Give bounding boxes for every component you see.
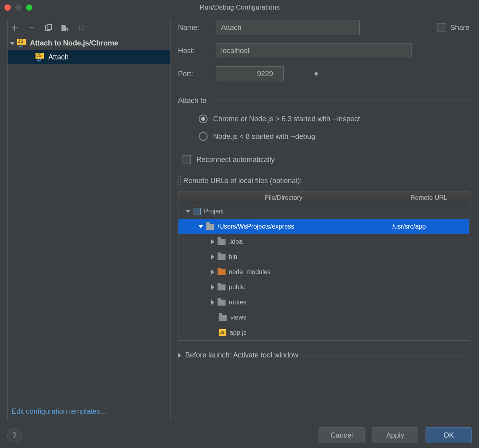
tree-row-express[interactable]: /Users/WsProjects/express /usr/src/app bbox=[178, 219, 469, 234]
share-label: Share bbox=[450, 24, 469, 32]
configurations-tree: JS↵ Attach to Node.js/Chrome JS↵ Attach bbox=[8, 36, 170, 404]
attach-option-inspect[interactable]: Chrome or Node.js > 6.3 started with --i… bbox=[199, 114, 469, 123]
folder-icon bbox=[218, 239, 226, 245]
folder-icon bbox=[218, 300, 226, 306]
nodejs-attach-icon: JS↵ bbox=[17, 39, 28, 48]
folder-icon bbox=[206, 224, 214, 230]
tree-row-label: app.js bbox=[230, 329, 247, 336]
tree-row-url[interactable]: /usr/src/app bbox=[389, 223, 469, 230]
host-label: Host: bbox=[178, 47, 216, 55]
divider bbox=[302, 355, 469, 355]
remote-urls-heading: Remote URLs of local files (optional): bbox=[183, 177, 302, 185]
help-button[interactable]: ? bbox=[7, 428, 22, 442]
chevron-down-icon bbox=[186, 210, 190, 213]
expand-icon bbox=[10, 42, 15, 45]
config-item-label: Attach bbox=[48, 53, 69, 61]
folder-icon bbox=[218, 284, 226, 290]
divider bbox=[212, 101, 469, 101]
add-configuration-button[interactable] bbox=[10, 24, 20, 32]
tree-row-views[interactable]: views bbox=[178, 310, 469, 325]
folder-excluded-icon bbox=[218, 269, 226, 275]
tree-row-label: bin bbox=[229, 253, 237, 261]
reconnect-checkbox[interactable] bbox=[182, 155, 191, 164]
sidebar-toolbar: az bbox=[8, 20, 170, 36]
sort-alpha-button: az bbox=[77, 24, 87, 32]
edit-templates-link[interactable]: Edit configuration templates... bbox=[12, 407, 106, 415]
folder-icon bbox=[218, 254, 226, 260]
tree-row-appjs[interactable]: app.js bbox=[178, 325, 469, 340]
svg-text:z: z bbox=[82, 28, 84, 32]
tree-row-label: public bbox=[229, 284, 245, 291]
tree-row-routes[interactable]: routes bbox=[178, 295, 469, 310]
chevron-right-icon bbox=[211, 255, 214, 259]
port-label: Port: bbox=[178, 70, 216, 78]
chevron-right-icon bbox=[211, 239, 214, 244]
project-icon bbox=[194, 208, 201, 215]
ok-button[interactable]: OK bbox=[426, 427, 472, 443]
tree-row-label: Project bbox=[204, 208, 224, 215]
copy-configuration-button[interactable] bbox=[44, 24, 53, 32]
tree-row-label: /Users/WsProjects/express bbox=[218, 223, 294, 230]
port-input[interactable] bbox=[216, 70, 314, 78]
chevron-right-icon bbox=[211, 270, 214, 274]
reconnect-label: Reconnect automatically bbox=[196, 156, 275, 164]
name-input[interactable] bbox=[216, 20, 360, 35]
tree-row-idea[interactable]: .idea bbox=[178, 234, 469, 249]
name-label: Name: bbox=[178, 24, 216, 32]
chevron-down-icon bbox=[198, 225, 203, 228]
attach-option-debug[interactable]: Node.js < 8 started with --debug bbox=[199, 132, 469, 141]
window-minimize-icon bbox=[15, 4, 22, 11]
nodejs-attach-icon: JS↵ bbox=[36, 53, 46, 62]
configuration-panel: Name: Share Host: Port: bbox=[178, 20, 472, 420]
column-file-directory[interactable]: File/Directory bbox=[178, 192, 389, 204]
attach-option-debug-label: Node.js < 8 started with --debug bbox=[213, 132, 315, 141]
window-close-icon[interactable] bbox=[4, 4, 11, 11]
window-zoom-icon[interactable] bbox=[26, 4, 32, 11]
before-launch-label: Before launch: Activate tool window bbox=[185, 351, 298, 359]
apply-button[interactable]: Apply bbox=[372, 427, 418, 443]
radio-selected-icon bbox=[199, 114, 208, 123]
remove-configuration-button[interactable] bbox=[27, 24, 36, 32]
remote-urls-table: File/Directory Remote URL Project /Users… bbox=[178, 191, 469, 341]
tree-row-label: .idea bbox=[229, 238, 243, 245]
tree-row-bin[interactable]: bin bbox=[178, 249, 469, 264]
configurations-sidebar: az JS↵ Attach to Node.js/Chrome JS↵ Atta… bbox=[7, 20, 171, 420]
config-item-attach[interactable]: JS↵ Attach bbox=[8, 50, 170, 64]
tree-row-public[interactable]: public bbox=[178, 280, 469, 295]
javascript-file-icon bbox=[219, 329, 226, 336]
attach-option-inspect-label: Chrome or Node.js > 6.3 started with --i… bbox=[213, 115, 360, 123]
radio-unselected-icon bbox=[199, 132, 208, 141]
tree-row-label: routes bbox=[229, 299, 246, 306]
before-launch-section[interactable]: Before launch: Activate tool window bbox=[178, 351, 469, 359]
tree-row-project[interactable]: Project bbox=[178, 204, 469, 219]
port-input-wrapper bbox=[216, 66, 284, 81]
tree-row-node-modules[interactable]: node_modules bbox=[178, 264, 469, 280]
folder-icon bbox=[219, 315, 227, 321]
config-group-attach-node[interactable]: JS↵ Attach to Node.js/Chrome bbox=[8, 36, 170, 50]
reconnect-row[interactable]: Reconnect automatically bbox=[182, 155, 469, 164]
drag-handle-icon[interactable] bbox=[178, 176, 181, 185]
chevron-right-icon bbox=[211, 285, 214, 290]
attach-to-heading: Attach to bbox=[178, 97, 206, 105]
column-remote-url[interactable]: Remote URL bbox=[389, 192, 469, 204]
config-group-label: Attach to Node.js/Chrome bbox=[30, 39, 118, 47]
chevron-right-icon bbox=[178, 353, 181, 358]
caret-down-icon bbox=[314, 74, 318, 76]
svg-rect-1 bbox=[47, 24, 51, 30]
save-configuration-button[interactable] bbox=[60, 24, 70, 32]
tree-row-label: views bbox=[230, 314, 246, 321]
share-checkbox[interactable] bbox=[437, 23, 446, 32]
port-step-down[interactable] bbox=[314, 74, 318, 76]
cancel-button[interactable]: Cancel bbox=[319, 427, 365, 443]
chevron-right-icon bbox=[211, 300, 214, 305]
window-title: Run/Debug Configurations bbox=[32, 4, 479, 12]
titlebar: Run/Debug Configurations bbox=[0, 0, 479, 15]
tree-row-label: node_modules bbox=[229, 268, 271, 276]
dialog-button-bar: ? Cancel Apply OK bbox=[7, 420, 472, 443]
host-input[interactable] bbox=[216, 43, 412, 58]
